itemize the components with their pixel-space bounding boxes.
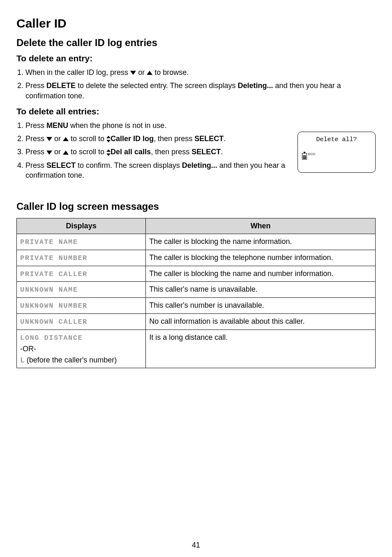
when-text: The caller is blocking the name informat… [146, 234, 376, 250]
text: , then press [154, 135, 194, 143]
page-number: 41 [0, 541, 392, 550]
display-code-suffix-text: (before the caller's number) [25, 356, 117, 364]
text: Press [25, 148, 46, 156]
subheading-delete-all: To delete all entries: [16, 107, 376, 116]
updown-icon [106, 136, 111, 142]
text: to scroll to [69, 135, 106, 143]
text: Press [25, 81, 46, 90]
section-messages-heading: Caller ID log screen messages [16, 201, 376, 212]
table-row: PRIVATE CALLER The caller is blocking th… [17, 266, 376, 282]
select-key-label: SELECT [46, 161, 76, 169]
table-row: UNKNOWN NUMBER This caller's number is u… [17, 298, 376, 314]
when-text: The caller is blocking the telephone num… [146, 250, 376, 266]
screen-message-label: Deleting... [182, 161, 217, 169]
table-row: UNKNOWN NAME This caller's name is unava… [17, 282, 376, 298]
section-delete-heading: Delete the caller ID log entries [16, 37, 376, 49]
table-row: PRIVATE NAME The caller is blocking the … [17, 234, 376, 250]
page-title: Caller ID [16, 16, 376, 30]
list-item: Press or to scroll to Caller ID log, the… [25, 134, 288, 144]
col-header-displays: Displays [17, 218, 146, 234]
eco-indicator: ECO [308, 152, 315, 156]
text: Press [25, 121, 46, 130]
display-code: UNKNOWN NUMBER [20, 302, 88, 310]
when-text: This caller's number is unavailable. [146, 298, 376, 314]
text: or [136, 68, 147, 77]
battery-icon [302, 153, 307, 160]
list-item: Press or to scroll to Del all calls, the… [25, 147, 288, 157]
text: Press [25, 161, 46, 169]
when-text: It is a long distance call. [146, 330, 376, 368]
text: to browse. [152, 68, 189, 77]
select-key-label: SELECT [194, 135, 224, 143]
when-text: This caller's name is unavailable. [146, 282, 376, 298]
display-code-prefix: L [20, 356, 25, 364]
text: . [224, 135, 226, 143]
text: . [221, 148, 223, 156]
triangle-up-icon [63, 137, 69, 141]
text: or [52, 135, 63, 143]
triangle-up-icon [63, 151, 69, 155]
updown-icon [106, 150, 111, 155]
messages-table: Displays When PRIVATE NAME The caller is… [16, 218, 376, 368]
subheading-delete-entry: To delete an entry: [16, 53, 376, 63]
when-text: The caller is blocking the name and numb… [146, 266, 376, 282]
menu-option-label: Caller ID log [111, 135, 154, 143]
phone-screen-text: Delete all? [302, 136, 371, 143]
delete-key-label: DELETE [46, 81, 76, 90]
screen-message-label: Deleting... [238, 81, 273, 90]
triangle-down-icon [46, 151, 52, 155]
text: When in the caller ID log, press [25, 68, 130, 77]
menu-option-label: Del all calls [111, 148, 151, 156]
display-code: PRIVATE NAME [20, 238, 78, 246]
table-row: PRIVATE NUMBER The caller is blocking th… [17, 250, 376, 266]
display-code: UNKNOWN CALLER [20, 318, 88, 326]
display-code: UNKNOWN NAME [20, 286, 78, 294]
display-code: LONG DISTANCE [20, 334, 83, 342]
text: when the phone is not in use. [68, 121, 166, 130]
table-row: UNKNOWN CALLER No call information is av… [17, 314, 376, 330]
display-code: PRIVATE NUMBER [20, 254, 88, 262]
display-code: PRIVATE CALLER [20, 270, 88, 278]
or-text: -OR- [20, 344, 142, 354]
table-row: LONG DISTANCE -OR- L (before the caller'… [17, 330, 376, 368]
triangle-down-icon [46, 137, 52, 141]
list-item: Press DELETE to delete the selected entr… [25, 81, 376, 101]
text: to confirm. The screen displays [76, 161, 182, 169]
text: , then press [151, 148, 191, 156]
list-item: When in the caller ID log, press or to b… [25, 67, 376, 77]
text: to scroll to [69, 148, 106, 156]
triangle-down-icon [130, 71, 136, 75]
list-item: Press SELECT to confirm. The screen disp… [25, 160, 288, 181]
text: to delete the selected entry. The screen… [76, 81, 238, 90]
phone-screen-illustration: Delete all? ECO [297, 132, 376, 173]
when-text: No call information is available about t… [146, 314, 376, 330]
select-key-label: SELECT [191, 148, 221, 156]
col-header-when: When [146, 218, 376, 234]
text: Press [25, 135, 46, 143]
text: or [52, 148, 63, 156]
triangle-up-icon [147, 71, 152, 75]
menu-key-label: MENU [46, 121, 68, 130]
list-item: Press MENU when the phone is not in use. [25, 121, 288, 130]
